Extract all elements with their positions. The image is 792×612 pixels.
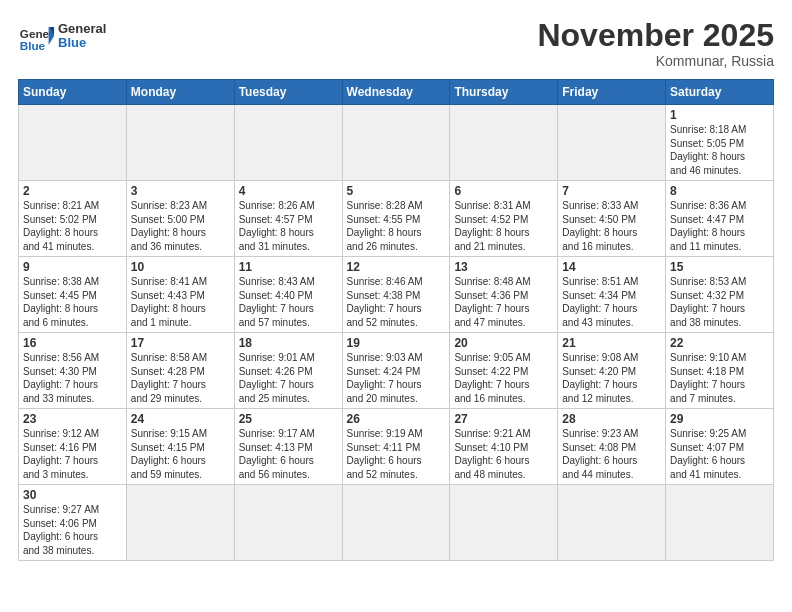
day-number: 24 bbox=[131, 412, 230, 426]
calendar-cell bbox=[450, 485, 558, 561]
day-number: 8 bbox=[670, 184, 769, 198]
day-info: Sunrise: 8:51 AM Sunset: 4:34 PM Dayligh… bbox=[562, 275, 661, 329]
calendar-cell: 5Sunrise: 8:28 AM Sunset: 4:55 PM Daylig… bbox=[342, 181, 450, 257]
calendar-cell: 8Sunrise: 8:36 AM Sunset: 4:47 PM Daylig… bbox=[666, 181, 774, 257]
calendar-table: SundayMondayTuesdayWednesdayThursdayFrid… bbox=[18, 79, 774, 561]
calendar-cell: 20Sunrise: 9:05 AM Sunset: 4:22 PM Dayli… bbox=[450, 333, 558, 409]
day-number: 18 bbox=[239, 336, 338, 350]
day-number: 29 bbox=[670, 412, 769, 426]
day-info: Sunrise: 8:21 AM Sunset: 5:02 PM Dayligh… bbox=[23, 199, 122, 253]
calendar-week-2: 2Sunrise: 8:21 AM Sunset: 5:02 PM Daylig… bbox=[19, 181, 774, 257]
day-number: 12 bbox=[347, 260, 446, 274]
calendar-week-1: 1Sunrise: 8:18 AM Sunset: 5:05 PM Daylig… bbox=[19, 105, 774, 181]
calendar-cell: 4Sunrise: 8:26 AM Sunset: 4:57 PM Daylig… bbox=[234, 181, 342, 257]
calendar-cell bbox=[342, 105, 450, 181]
calendar-cell: 2Sunrise: 8:21 AM Sunset: 5:02 PM Daylig… bbox=[19, 181, 127, 257]
calendar-cell bbox=[342, 485, 450, 561]
day-info: Sunrise: 8:56 AM Sunset: 4:30 PM Dayligh… bbox=[23, 351, 122, 405]
day-number: 19 bbox=[347, 336, 446, 350]
day-info: Sunrise: 9:03 AM Sunset: 4:24 PM Dayligh… bbox=[347, 351, 446, 405]
weekday-header-monday: Monday bbox=[126, 80, 234, 105]
day-info: Sunrise: 9:05 AM Sunset: 4:22 PM Dayligh… bbox=[454, 351, 553, 405]
calendar-cell: 18Sunrise: 9:01 AM Sunset: 4:26 PM Dayli… bbox=[234, 333, 342, 409]
calendar-cell: 22Sunrise: 9:10 AM Sunset: 4:18 PM Dayli… bbox=[666, 333, 774, 409]
calendar-cell: 28Sunrise: 9:23 AM Sunset: 4:08 PM Dayli… bbox=[558, 409, 666, 485]
day-number: 28 bbox=[562, 412, 661, 426]
calendar-cell: 10Sunrise: 8:41 AM Sunset: 4:43 PM Dayli… bbox=[126, 257, 234, 333]
day-number: 9 bbox=[23, 260, 122, 274]
weekday-header-saturday: Saturday bbox=[666, 80, 774, 105]
day-info: Sunrise: 8:48 AM Sunset: 4:36 PM Dayligh… bbox=[454, 275, 553, 329]
day-info: Sunrise: 9:23 AM Sunset: 4:08 PM Dayligh… bbox=[562, 427, 661, 481]
calendar-cell bbox=[234, 485, 342, 561]
day-info: Sunrise: 9:19 AM Sunset: 4:11 PM Dayligh… bbox=[347, 427, 446, 481]
calendar-cell: 7Sunrise: 8:33 AM Sunset: 4:50 PM Daylig… bbox=[558, 181, 666, 257]
day-info: Sunrise: 8:41 AM Sunset: 4:43 PM Dayligh… bbox=[131, 275, 230, 329]
title-block: November 2025 Kommunar, Russia bbox=[537, 18, 774, 69]
month-title: November 2025 bbox=[537, 18, 774, 53]
day-number: 6 bbox=[454, 184, 553, 198]
day-info: Sunrise: 8:28 AM Sunset: 4:55 PM Dayligh… bbox=[347, 199, 446, 253]
day-info: Sunrise: 8:31 AM Sunset: 4:52 PM Dayligh… bbox=[454, 199, 553, 253]
calendar-body: 1Sunrise: 8:18 AM Sunset: 5:05 PM Daylig… bbox=[19, 105, 774, 561]
calendar-cell: 19Sunrise: 9:03 AM Sunset: 4:24 PM Dayli… bbox=[342, 333, 450, 409]
day-info: Sunrise: 9:08 AM Sunset: 4:20 PM Dayligh… bbox=[562, 351, 661, 405]
calendar-cell: 6Sunrise: 8:31 AM Sunset: 4:52 PM Daylig… bbox=[450, 181, 558, 257]
day-info: Sunrise: 8:38 AM Sunset: 4:45 PM Dayligh… bbox=[23, 275, 122, 329]
calendar-cell bbox=[450, 105, 558, 181]
day-number: 23 bbox=[23, 412, 122, 426]
calendar-week-6: 30Sunrise: 9:27 AM Sunset: 4:06 PM Dayli… bbox=[19, 485, 774, 561]
day-number: 7 bbox=[562, 184, 661, 198]
weekday-header-friday: Friday bbox=[558, 80, 666, 105]
day-info: Sunrise: 8:26 AM Sunset: 4:57 PM Dayligh… bbox=[239, 199, 338, 253]
day-number: 5 bbox=[347, 184, 446, 198]
calendar-cell: 9Sunrise: 8:38 AM Sunset: 4:45 PM Daylig… bbox=[19, 257, 127, 333]
day-info: Sunrise: 9:01 AM Sunset: 4:26 PM Dayligh… bbox=[239, 351, 338, 405]
calendar-cell bbox=[126, 485, 234, 561]
day-info: Sunrise: 9:21 AM Sunset: 4:10 PM Dayligh… bbox=[454, 427, 553, 481]
calendar-cell: 13Sunrise: 8:48 AM Sunset: 4:36 PM Dayli… bbox=[450, 257, 558, 333]
day-number: 4 bbox=[239, 184, 338, 198]
day-number: 27 bbox=[454, 412, 553, 426]
svg-text:Blue: Blue bbox=[20, 39, 46, 52]
calendar-cell: 3Sunrise: 8:23 AM Sunset: 5:00 PM Daylig… bbox=[126, 181, 234, 257]
day-info: Sunrise: 8:53 AM Sunset: 4:32 PM Dayligh… bbox=[670, 275, 769, 329]
day-info: Sunrise: 8:33 AM Sunset: 4:50 PM Dayligh… bbox=[562, 199, 661, 253]
day-number: 1 bbox=[670, 108, 769, 122]
day-number: 17 bbox=[131, 336, 230, 350]
calendar-cell bbox=[19, 105, 127, 181]
calendar-cell: 30Sunrise: 9:27 AM Sunset: 4:06 PM Dayli… bbox=[19, 485, 127, 561]
day-number: 25 bbox=[239, 412, 338, 426]
calendar-cell: 17Sunrise: 8:58 AM Sunset: 4:28 PM Dayli… bbox=[126, 333, 234, 409]
weekday-header-row: SundayMondayTuesdayWednesdayThursdayFrid… bbox=[19, 80, 774, 105]
day-info: Sunrise: 8:43 AM Sunset: 4:40 PM Dayligh… bbox=[239, 275, 338, 329]
day-info: Sunrise: 8:58 AM Sunset: 4:28 PM Dayligh… bbox=[131, 351, 230, 405]
day-number: 2 bbox=[23, 184, 122, 198]
day-number: 20 bbox=[454, 336, 553, 350]
calendar-week-5: 23Sunrise: 9:12 AM Sunset: 4:16 PM Dayli… bbox=[19, 409, 774, 485]
logo-icon: General Blue bbox=[18, 18, 54, 54]
calendar-cell: 29Sunrise: 9:25 AM Sunset: 4:07 PM Dayli… bbox=[666, 409, 774, 485]
calendar-cell: 12Sunrise: 8:46 AM Sunset: 4:38 PM Dayli… bbox=[342, 257, 450, 333]
day-number: 11 bbox=[239, 260, 338, 274]
day-info: Sunrise: 9:10 AM Sunset: 4:18 PM Dayligh… bbox=[670, 351, 769, 405]
logo-blue-text: Blue bbox=[58, 36, 106, 50]
day-info: Sunrise: 9:15 AM Sunset: 4:15 PM Dayligh… bbox=[131, 427, 230, 481]
calendar-cell bbox=[126, 105, 234, 181]
day-number: 10 bbox=[131, 260, 230, 274]
calendar-cell: 14Sunrise: 8:51 AM Sunset: 4:34 PM Dayli… bbox=[558, 257, 666, 333]
calendar-page: General Blue General Blue November 2025 … bbox=[0, 0, 792, 612]
day-info: Sunrise: 8:36 AM Sunset: 4:47 PM Dayligh… bbox=[670, 199, 769, 253]
day-info: Sunrise: 9:17 AM Sunset: 4:13 PM Dayligh… bbox=[239, 427, 338, 481]
day-info: Sunrise: 9:12 AM Sunset: 4:16 PM Dayligh… bbox=[23, 427, 122, 481]
calendar-cell bbox=[234, 105, 342, 181]
day-number: 16 bbox=[23, 336, 122, 350]
day-info: Sunrise: 8:46 AM Sunset: 4:38 PM Dayligh… bbox=[347, 275, 446, 329]
calendar-week-3: 9Sunrise: 8:38 AM Sunset: 4:45 PM Daylig… bbox=[19, 257, 774, 333]
calendar-week-4: 16Sunrise: 8:56 AM Sunset: 4:30 PM Dayli… bbox=[19, 333, 774, 409]
calendar-cell: 1Sunrise: 8:18 AM Sunset: 5:05 PM Daylig… bbox=[666, 105, 774, 181]
day-info: Sunrise: 9:25 AM Sunset: 4:07 PM Dayligh… bbox=[670, 427, 769, 481]
day-info: Sunrise: 8:18 AM Sunset: 5:05 PM Dayligh… bbox=[670, 123, 769, 177]
calendar-cell: 23Sunrise: 9:12 AM Sunset: 4:16 PM Dayli… bbox=[19, 409, 127, 485]
calendar-cell: 24Sunrise: 9:15 AM Sunset: 4:15 PM Dayli… bbox=[126, 409, 234, 485]
